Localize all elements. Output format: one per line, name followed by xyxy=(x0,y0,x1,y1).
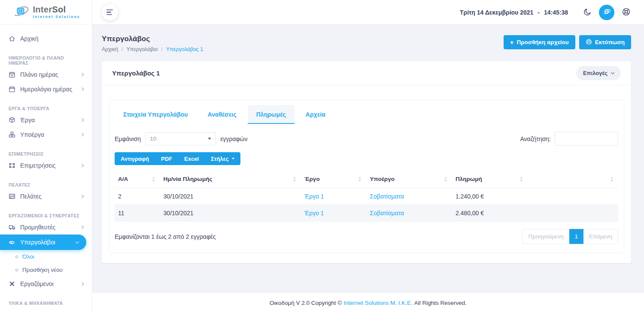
tab-files[interactable]: Αρχεία xyxy=(297,105,334,124)
pagination-page-1-button[interactable]: 1 xyxy=(569,229,584,244)
sidebar-item-day-plan[interactable]: Πλάνο ημέρας xyxy=(0,67,92,82)
sidebar-item-subcontractors[interactable]: Υπεργολάβοι xyxy=(0,235,86,250)
breadcrumb-item[interactable]: Αρχική xyxy=(102,46,118,52)
columns-button[interactable]: Στήλες xyxy=(205,152,240,165)
column-header-aa[interactable]: Α/Α xyxy=(115,172,160,188)
help-button[interactable] xyxy=(618,5,634,20)
search-input[interactable] xyxy=(555,132,618,146)
sort-icon xyxy=(293,177,296,181)
cube-icon xyxy=(9,117,15,123)
brand-app-button[interactable] xyxy=(599,5,614,20)
project-link[interactable]: Έργο 1 xyxy=(304,210,324,217)
brand-logo[interactable]: InterSol Internet Solutions xyxy=(0,0,92,24)
footer-text-suffix: All Rights Reserved. xyxy=(414,300,467,306)
breadcrumb-separator: / xyxy=(122,46,123,52)
sidebar-subitem-subcontractors-all[interactable]: Όλοι xyxy=(0,250,92,263)
length-select[interactable]: 10 xyxy=(145,132,216,145)
calendar-icon xyxy=(9,86,15,93)
sidebar-item-employees[interactable]: Εργαζόμενοι xyxy=(0,277,92,291)
id-card-icon xyxy=(9,193,15,200)
breadcrumb-item[interactable]: Υπεργολάβοι xyxy=(126,46,158,52)
topbar-right: Τρίτη 14 Δεκεμβρίου 2021 - 14:45:38 xyxy=(460,5,634,20)
sidebar-item-home[interactable]: Αρχική xyxy=(0,31,92,46)
column-header-project[interactable]: Έργο xyxy=(301,172,366,188)
length-label-before: Εμφάνιση xyxy=(115,135,141,142)
card-body: Στοιχεία ΥπεργολάβουΑναθέσειςΠληρωμέςΑρχ… xyxy=(102,85,631,263)
footer-company-link[interactable]: Internet Solutions M. I.K.E. xyxy=(343,300,413,306)
table-controls: Εμφάνιση 10 εγγραφών Αναζήτηση: xyxy=(115,132,618,146)
hamburger-menu-button[interactable] xyxy=(102,4,118,21)
column-header-extra[interactable] xyxy=(528,172,618,188)
sidebar-menu: ΑρχικήΗΜΕΡΟΛΟΓΙΟ & ΠΛΑΝΟ ΗΜΕΡΑΣΠλάνο ημέ… xyxy=(0,24,92,306)
dark-mode-button[interactable] xyxy=(580,5,595,20)
truck-icon xyxy=(9,224,15,231)
pagination-prev-button[interactable]: Προηγούμενη xyxy=(522,229,569,244)
print-button[interactable]: Εκτύπωση xyxy=(579,35,631,49)
length-control: Εμφάνιση 10 εγγραφών xyxy=(115,132,247,145)
chevron-right-icon xyxy=(80,118,84,122)
table-body: 230/10/2021Έργο 1Σοβατίσματα1.240,00 €11… xyxy=(115,188,618,222)
sidebar-item-label: Πελάτες xyxy=(20,193,42,200)
brand-tagline: Internet Solutions xyxy=(33,15,80,19)
chevron-right-icon xyxy=(80,73,84,76)
tab-payments[interactable]: Πληρωμές xyxy=(248,105,295,124)
cubes-icon xyxy=(9,131,15,138)
handshake-icon xyxy=(9,239,15,246)
sidebar-item-day-log[interactable]: Ημερολόγιο ημέρας xyxy=(0,82,92,96)
cell-project: Έργο 1 xyxy=(301,205,366,222)
sidebar-subitem-subcontractors-add[interactable]: Προσθήκη νέου xyxy=(0,263,92,277)
page-header: Υπεργολάβος Αρχική/Υπεργολάβοι/Υπεργολάβ… xyxy=(102,33,631,52)
cell-date: 30/10/2021 xyxy=(160,188,301,205)
copy-button[interactable]: Αντιγραφή xyxy=(115,152,155,165)
cell-subproject: Σοβατίσματα xyxy=(366,188,452,205)
sidebar-item-clients[interactable]: Πελάτες xyxy=(0,189,92,204)
pagination: Προηγούμενη 1 Επόμενη xyxy=(522,229,618,244)
excel-button[interactable]: Excel xyxy=(178,152,205,165)
table-footer: Εμφανίζονται 1 έως 2 από 2 εγγραφές Προη… xyxy=(115,229,618,244)
column-header-date[interactable]: Ημ/νία Πληρωμής xyxy=(160,172,301,188)
column-header-subproject[interactable]: Υποέργο xyxy=(366,172,452,188)
length-label-after: εγγραφών xyxy=(220,135,247,142)
sidebar-item-label: Πλάνο ημέρας xyxy=(20,71,58,78)
sidebar-item-label: Υποέργα xyxy=(20,131,44,138)
project-link[interactable]: Έργο 1 xyxy=(304,193,324,200)
pagination-next-button[interactable]: Επόμενη xyxy=(583,229,618,244)
chevron-right-icon xyxy=(80,164,84,167)
column-header-payment[interactable]: Πληρωμή xyxy=(452,172,528,188)
sidebar-item-subprojects[interactable]: Υποέργα xyxy=(0,127,92,142)
moon-icon xyxy=(583,8,592,17)
subproject-link[interactable]: Σοβατίσματα xyxy=(370,210,404,217)
sidebar-item-suppliers[interactable]: Προμηθευτές xyxy=(0,220,92,235)
breadcrumb: Αρχική/Υπεργολάβοι/Υπεργολάβος 1 xyxy=(102,46,203,52)
chevron-right-icon xyxy=(80,226,84,229)
sidebar-item-label: Εργαζόμενοι xyxy=(20,280,54,287)
pdf-button[interactable]: PDF xyxy=(155,152,178,165)
printer-icon xyxy=(586,39,592,46)
sidebar-item-projects[interactable]: Έργα xyxy=(0,113,92,127)
sidebar-item-measurements[interactable]: Επιμετρήσεις xyxy=(0,158,92,173)
subcontractor-card: Υπεργολάβος 1 Επιλογές Στοιχεία Υπεργολά… xyxy=(102,61,631,263)
options-button[interactable]: Επιλογές xyxy=(576,66,621,80)
plus-icon: + xyxy=(510,39,514,46)
main-content: Υπεργολάβος Αρχική/Υπεργολάβοι/Υπεργολάβ… xyxy=(92,24,644,293)
cell-project: Έργο 1 xyxy=(301,188,366,205)
subproject-link[interactable]: Σοβατίσματα xyxy=(370,193,404,200)
globe-swoosh-icon xyxy=(12,4,30,20)
tab-assignments[interactable]: Αναθέσεις xyxy=(199,105,245,124)
sidebar-item-label: Ημερολόγιο ημέρας xyxy=(20,86,72,93)
chevron-down-icon xyxy=(76,240,79,243)
table-head: Α/ΑΗμ/νία ΠληρωμήςΈργοΥποέργοΠληρωμή xyxy=(115,172,618,188)
sidebar-section-calendar-plan-section: ΗΜΕΡΟΛΟΓΙΟ & ΠΛΑΝΟ ΗΜΕΡΑΣ xyxy=(0,55,92,66)
sidebar-subitem-label: Όλοι xyxy=(22,253,34,260)
add-file-button[interactable]: + Προσθήκη αρχείου xyxy=(504,35,575,49)
time-label: 14:45:38 xyxy=(544,9,568,16)
cell-aa: 11 xyxy=(115,205,160,222)
tab-details[interactable]: Στοιχεία Υπεργολάβου xyxy=(115,105,196,124)
sort-icon xyxy=(152,177,155,181)
sidebar-item-label: Προμηθευτές xyxy=(20,224,55,231)
caret-down-icon xyxy=(232,158,234,160)
chevron-right-icon xyxy=(80,87,84,91)
breadcrumb-item[interactable]: Υπεργολάβος 1 xyxy=(166,46,204,52)
date-label: Τρίτη 14 Δεκεμβρίου 2021 xyxy=(460,9,533,16)
card-title: Υπεργολάβος 1 xyxy=(112,69,160,77)
